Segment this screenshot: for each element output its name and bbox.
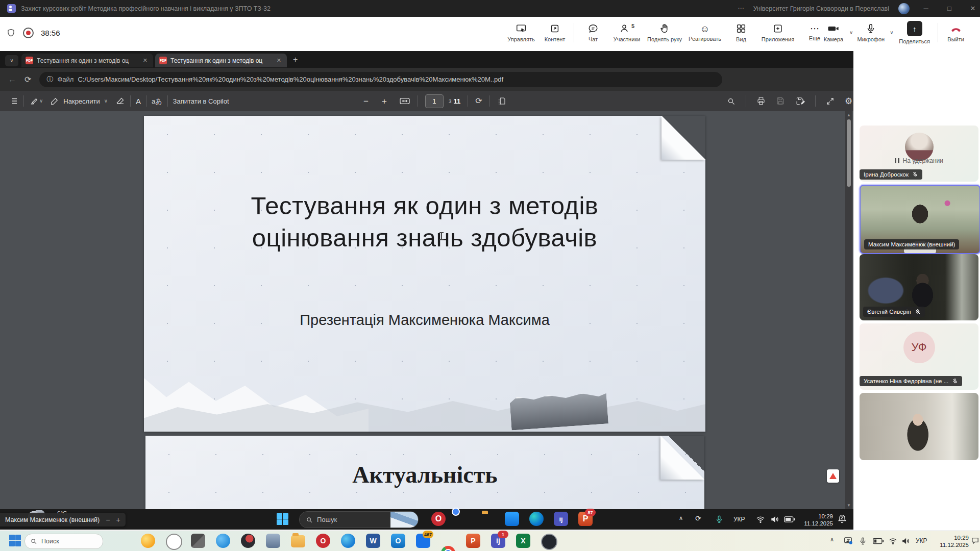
blue-circle-app-icon[interactable] (341, 534, 355, 548)
refresh-icon[interactable]: ⟳ (24, 76, 31, 84)
zoom-out-icon[interactable]: − (363, 97, 369, 106)
zoom-in-icon[interactable]: + (382, 97, 387, 106)
start-button-shared[interactable] (277, 513, 288, 525)
teams-app-icon[interactable]: ij1 (491, 534, 505, 548)
info-icon[interactable]: ⓘ (46, 76, 53, 83)
speaker-icon[interactable] (901, 537, 911, 545)
wifi-icon[interactable] (888, 537, 898, 545)
manage-button[interactable]: Управлять (504, 23, 538, 42)
browser-tab-2-active[interactable]: PDF Тестування як один з методів оц ✕ (155, 54, 287, 67)
camera-button[interactable]: Камера (819, 23, 848, 42)
highlighter-chevron-icon[interactable]: ∨ (39, 98, 43, 104)
media-app-icon[interactable] (241, 534, 255, 548)
content-button[interactable]: Контент (538, 23, 572, 42)
sync-icon[interactable]: ⟳ (695, 515, 701, 522)
pdf-scrollbar[interactable]: ▲ ▼ (845, 111, 852, 509)
edge-icon[interactable] (529, 512, 544, 526)
obs-icon[interactable] (541, 534, 557, 550)
tab-close-icon[interactable]: ✕ (141, 58, 149, 63)
read-aloud-icon[interactable]: A (136, 97, 141, 105)
file-explorer-icon[interactable] (291, 535, 305, 547)
page-view-icon[interactable] (497, 96, 506, 106)
pdf-settings-gear-icon[interactable]: ⚙ (845, 97, 852, 106)
share-screen-button[interactable]: ↑ Поделиться (894, 21, 936, 44)
window-maximize-button[interactable]: □ (942, 5, 957, 12)
battery-icon[interactable] (784, 515, 795, 523)
react-button[interactable]: ☺ Реагировать (685, 24, 724, 42)
language-indicator[interactable]: УКР (916, 537, 927, 544)
scroll-down-arrow-icon[interactable]: ▼ (845, 503, 852, 508)
participant-tile[interactable]: УФ Усатенко Ніна Федорівна (не ... (860, 323, 978, 390)
overlay-minus-button[interactable]: − (106, 516, 110, 523)
draw-chevron-icon[interactable]: ∨ (104, 98, 108, 104)
tray-mic-icon[interactable] (715, 514, 724, 525)
tray-chevron-up-icon[interactable]: ∧ (830, 537, 834, 542)
view-button[interactable]: Вид (724, 23, 758, 42)
shared-clock[interactable]: 10:29 11.12.2025 (799, 513, 833, 527)
overlay-plus-button[interactable]: + (116, 516, 120, 523)
pdf-viewport[interactable]: Тестування як один з методів оцінювання … (0, 111, 853, 509)
address-bar[interactable]: ⓘ Файл C:/Users/Максим/Desktop/Тестуванн… (39, 72, 722, 87)
white-circle-app-icon[interactable] (166, 534, 182, 550)
app-icon[interactable] (266, 534, 280, 548)
save-as-icon[interactable] (795, 96, 805, 106)
eraser-icon[interactable] (116, 96, 125, 106)
scroll-up-arrow-icon[interactable]: ▲ (845, 113, 852, 117)
powerpoint-icon[interactable]: P87 (578, 512, 593, 526)
teams-app-icon[interactable]: ij (554, 512, 568, 526)
browser-tab-1[interactable]: PDF Тестування як один з методів оц ✕ (21, 54, 153, 67)
word-icon[interactable]: W (366, 534, 380, 548)
battery-icon[interactable] (873, 537, 884, 545)
apps-button[interactable]: Приложения (758, 23, 798, 42)
fit-width-icon[interactable] (399, 96, 410, 106)
user-avatar[interactable] (898, 3, 910, 14)
screen-share-indicator-icon[interactable] (843, 536, 853, 545)
notification-bell-icon[interactable] (837, 513, 847, 525)
chat-button[interactable]: Чат (576, 23, 610, 42)
draw-pen-icon[interactable] (50, 96, 59, 106)
mic-button[interactable]: Микрофон (853, 23, 889, 42)
start-button-local[interactable] (9, 535, 21, 546)
leave-button[interactable]: Выйти (940, 23, 972, 42)
outlook-icon[interactable]: O (391, 534, 405, 548)
participant-tile[interactable] (860, 393, 978, 460)
tab-close-icon[interactable]: ✕ (275, 58, 283, 63)
participants-button[interactable]: 5 Участники (610, 23, 644, 42)
window-close-button[interactable]: ✕ (966, 5, 980, 12)
local-search-box[interactable]: Поиск (24, 534, 103, 549)
tab-search-chevron-icon[interactable]: ∨ (5, 55, 18, 66)
participant-tile-active-speaker[interactable]: Максим Максименюк (внешний) (860, 185, 980, 254)
shared-search-box[interactable]: Пошук (299, 511, 419, 528)
skype-icon[interactable] (216, 534, 230, 548)
tray-mic-icon[interactable] (859, 536, 867, 546)
acrobat-floating-icon[interactable] (827, 469, 839, 483)
page-number-input[interactable]: 1 (425, 94, 444, 108)
speaker-icon[interactable] (770, 515, 780, 524)
language-indicator[interactable]: УКР (733, 516, 745, 523)
local-clock[interactable]: 10:29 11.12.2025 (935, 534, 969, 548)
translate-icon[interactable]: аあ (152, 98, 162, 105)
messenger-app-icon[interactable]: 467 (416, 534, 430, 548)
highlighter-icon[interactable] (29, 96, 38, 106)
opera-icon[interactable]: O (431, 512, 446, 526)
camera-chevron-icon[interactable]: ∨ (849, 30, 853, 35)
notification-center-icon[interactable] (971, 536, 979, 545)
new-tab-button[interactable]: + (293, 56, 298, 64)
back-icon[interactable]: ← (8, 76, 16, 84)
toc-icon[interactable] (9, 96, 18, 106)
participant-tile[interactable]: На удержании Ірина Доброскок (860, 126, 978, 182)
scrollbar-thumb[interactable] (847, 119, 851, 187)
print-icon[interactable] (756, 96, 766, 106)
participant-tile[interactable]: Євгеній Сиверін (860, 254, 978, 320)
opera-icon[interactable]: O (316, 534, 330, 548)
draw-label[interactable]: Накреслити (63, 97, 100, 105)
store-icon[interactable] (505, 512, 519, 526)
save-icon[interactable] (776, 96, 785, 106)
rotate-icon[interactable]: ⟳ (475, 97, 482, 105)
window-minimize-button[interactable]: ─ (919, 5, 933, 12)
titlebar-more-icon[interactable]: ⋯ (738, 5, 744, 12)
task-view-icon[interactable] (191, 534, 205, 548)
mic-chevron-icon[interactable]: ∨ (890, 30, 893, 35)
wifi-icon[interactable] (755, 515, 766, 524)
raise-hand-button[interactable]: Поднять руку (644, 23, 685, 42)
